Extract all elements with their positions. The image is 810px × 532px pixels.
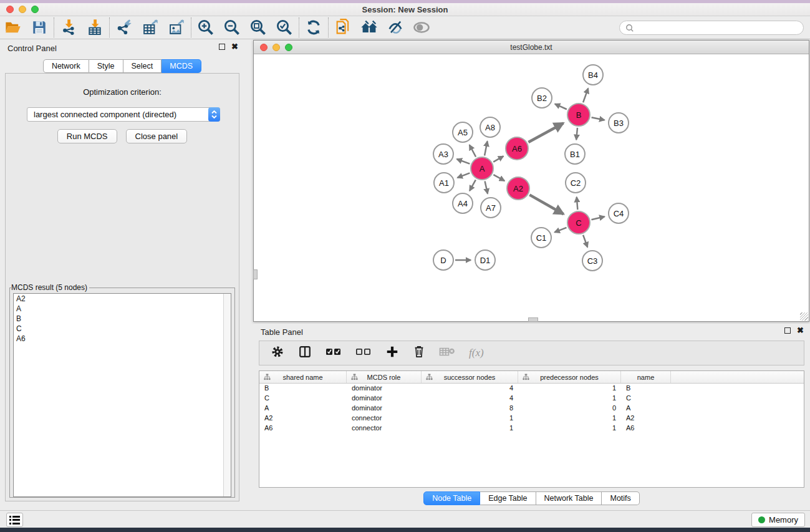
import-table-icon[interactable] bbox=[82, 17, 108, 38]
graph-node-A1[interactable]: A1 bbox=[433, 172, 455, 193]
table-row[interactable]: A2connector11A2 bbox=[259, 414, 804, 423]
zoom-fit-icon[interactable] bbox=[245, 17, 271, 38]
tab-mcds[interactable]: MCDS bbox=[162, 59, 201, 73]
graph-node-B1[interactable]: B1 bbox=[564, 143, 586, 165]
tab-motifs[interactable]: Motifs bbox=[602, 491, 639, 505]
mcds-result-item[interactable]: A bbox=[14, 304, 231, 314]
tab-edge-table[interactable]: Edge Table bbox=[480, 491, 536, 505]
graph-node-D[interactable]: D bbox=[433, 249, 454, 271]
zoom-out-icon[interactable] bbox=[219, 17, 245, 38]
cell-MCDS-role[interactable]: connector bbox=[347, 423, 422, 433]
float-panel-icon[interactable] bbox=[219, 44, 225, 50]
float-table-panel-icon[interactable] bbox=[784, 327, 791, 334]
settings-gear-icon[interactable] bbox=[271, 345, 284, 361]
show-columns-icon[interactable] bbox=[298, 345, 312, 361]
close-table-panel-icon[interactable]: ✖ bbox=[797, 327, 804, 334]
memory-button[interactable]: Memory bbox=[751, 513, 805, 527]
close-panel-button[interactable]: Close panel bbox=[126, 129, 188, 143]
cell-MCDS-role[interactable]: connector bbox=[347, 414, 422, 423]
column-header-predecessor-nodes[interactable]: predecessor nodes bbox=[518, 371, 621, 383]
cell-successor-nodes[interactable]: 4 bbox=[422, 384, 518, 394]
graph-node-A8[interactable]: A8 bbox=[480, 117, 501, 138]
cell-name[interactable]: A2 bbox=[621, 414, 671, 423]
graph-node-B2[interactable]: B2 bbox=[531, 87, 552, 109]
graph-node-C4[interactable]: C4 bbox=[608, 203, 629, 224]
graph-node-C1[interactable]: C1 bbox=[531, 227, 552, 248]
cell-predecessor-nodes[interactable]: 1 bbox=[518, 384, 621, 394]
graph-node-A[interactable]: A bbox=[470, 157, 494, 180]
mcds-result-list[interactable]: A2ABCA6 bbox=[13, 293, 231, 497]
mcds-list-scrollbar[interactable] bbox=[223, 294, 231, 496]
mcds-result-item[interactable]: A2 bbox=[14, 294, 231, 304]
graph-edge-A-A3[interactable] bbox=[457, 159, 470, 164]
graph-node-B4[interactable]: B4 bbox=[582, 64, 604, 85]
unselect-all-rows-icon[interactable] bbox=[355, 347, 372, 359]
graph-node-A3[interactable]: A3 bbox=[433, 143, 454, 165]
mcds-result-item[interactable]: B bbox=[14, 314, 231, 324]
task-history-button[interactable] bbox=[6, 513, 23, 527]
add-row-icon[interactable] bbox=[385, 345, 399, 361]
mcds-result-item[interactable]: A6 bbox=[14, 334, 231, 344]
network-canvas[interactable]: B4B2BB3A8A5A6A3B1AA1C2A2A4A7C4CC1DD1C3 bbox=[254, 54, 809, 318]
cell-name[interactable]: A6 bbox=[621, 423, 671, 433]
graph-edge-A-A6[interactable] bbox=[493, 156, 503, 162]
export-image-icon[interactable] bbox=[163, 17, 190, 38]
graph-edge-B-B4[interactable] bbox=[583, 89, 588, 103]
cell-name[interactable]: A bbox=[621, 404, 671, 414]
graph-edge-C-C4[interactable] bbox=[591, 216, 604, 220]
network-window-titlebar[interactable]: testGlobe.txt bbox=[254, 41, 809, 54]
graph-edge-A-A8[interactable] bbox=[485, 142, 487, 156]
graph-node-A6[interactable]: A6 bbox=[505, 137, 529, 160]
cell-successor-nodes[interactable]: 8 bbox=[422, 404, 518, 414]
table-row[interactable]: Cdominator41C bbox=[259, 394, 804, 404]
graph-edge-C-C1[interactable] bbox=[554, 228, 566, 233]
refresh-icon[interactable] bbox=[301, 17, 327, 38]
window-resize-grip[interactable] bbox=[800, 312, 808, 321]
zoom-in-icon[interactable] bbox=[193, 17, 219, 38]
graph-edge-A2-C[interactable] bbox=[529, 195, 563, 214]
graph-edge-A-A4[interactable] bbox=[470, 180, 476, 191]
column-header-successor-nodes[interactable]: successor nodes bbox=[422, 371, 518, 383]
column-header-shared-name[interactable]: shared name bbox=[259, 371, 347, 383]
column-header-MCDS-role[interactable]: MCDS role bbox=[347, 371, 422, 383]
graph-node-D1[interactable]: D1 bbox=[475, 249, 496, 271]
table-row[interactable]: Adominator80A bbox=[259, 404, 804, 414]
graph-node-A5[interactable]: A5 bbox=[452, 122, 473, 143]
graph-node-C3[interactable]: C3 bbox=[582, 250, 603, 271]
horizontal-scroll-handle[interactable] bbox=[528, 317, 538, 322]
cell-MCDS-role[interactable]: dominator bbox=[347, 394, 422, 404]
cell-shared-name[interactable]: C bbox=[259, 394, 347, 404]
open-folder-icon[interactable] bbox=[0, 17, 26, 38]
table-row[interactable]: Bdominator41B bbox=[259, 384, 804, 394]
save-session-icon[interactable] bbox=[26, 17, 52, 38]
delete-row-icon[interactable] bbox=[413, 345, 425, 361]
graph-edge-A-A7[interactable] bbox=[485, 181, 488, 193]
home-layout-icon[interactable] bbox=[356, 17, 382, 38]
cell-predecessor-nodes[interactable]: 0 bbox=[518, 404, 621, 414]
graph-node-A4[interactable]: A4 bbox=[452, 193, 473, 214]
eye-icon[interactable] bbox=[408, 17, 435, 38]
tab-network[interactable]: Network bbox=[43, 59, 89, 73]
export-table-icon[interactable] bbox=[137, 17, 163, 38]
tab-node-table[interactable]: Node Table bbox=[423, 491, 480, 505]
graph-edge-A-A1[interactable] bbox=[458, 173, 470, 177]
graph-edge-C-C2[interactable] bbox=[577, 197, 578, 210]
optimization-criterion-select[interactable]: largest connected component (directed) bbox=[27, 107, 220, 122]
graph-edge-A-A2[interactable] bbox=[493, 175, 504, 181]
cell-predecessor-nodes[interactable]: 1 bbox=[518, 423, 621, 433]
open-network-file-icon[interactable] bbox=[330, 17, 356, 38]
cell-name[interactable]: C bbox=[621, 394, 671, 404]
close-panel-icon[interactable]: ✖ bbox=[231, 44, 238, 50]
graph-edge-B-B3[interactable] bbox=[592, 117, 605, 120]
table-row[interactable]: A6connector11A6 bbox=[259, 423, 804, 433]
cell-successor-nodes[interactable]: 1 bbox=[422, 414, 518, 423]
graph-edge-B-B2[interactable] bbox=[555, 104, 567, 110]
graph-edge-A-A5[interactable] bbox=[470, 145, 476, 157]
vertical-scroll-handle[interactable] bbox=[253, 269, 258, 279]
graph-node-B[interactable]: B bbox=[567, 103, 591, 127]
graph-node-A7[interactable]: A7 bbox=[480, 197, 501, 218]
tab-style[interactable]: Style bbox=[89, 59, 123, 73]
graph-node-C[interactable]: C bbox=[567, 211, 591, 235]
cell-shared-name[interactable]: B bbox=[259, 384, 347, 394]
mcds-result-item[interactable]: C bbox=[14, 324, 231, 334]
